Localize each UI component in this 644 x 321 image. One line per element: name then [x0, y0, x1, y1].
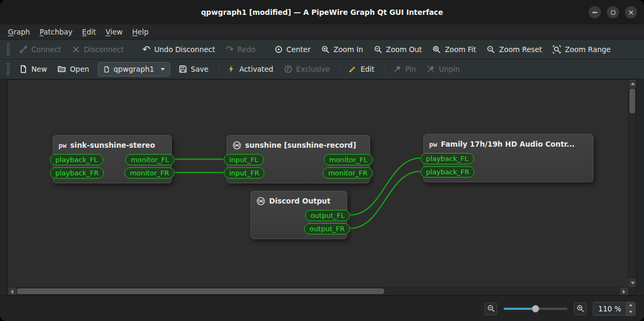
open-folder-icon	[57, 65, 66, 73]
center-button[interactable]: Center	[269, 42, 316, 57]
toolbar-separator	[265, 44, 265, 55]
ports: output_FL output_FR	[251, 210, 347, 234]
arrow-left-icon	[11, 290, 13, 294]
save-button[interactable]: Save	[173, 62, 214, 77]
node-family-hd-audio[interactable]: pw Family 17h/19h HD Audio Contr... play…	[423, 134, 593, 182]
zoom-spinbox-down-button[interactable]	[626, 308, 635, 315]
port-playback_FL[interactable]: playback_FL	[421, 153, 474, 164]
horizontal-scrollbar[interactable]	[8, 287, 628, 295]
zoom-in-button[interactable]: Zoom In	[316, 42, 369, 57]
zoom-spinbox-value[interactable]: 110 %	[593, 302, 626, 315]
vertical-scrollbar-thumb[interactable]	[630, 89, 635, 113]
new-button[interactable]: New	[14, 62, 52, 77]
node-discord-output[interactable]: Discord Output output_FL output_FR	[250, 191, 347, 239]
undo-disconnect-button[interactable]: ↶ Undo Disconnect	[137, 42, 221, 57]
port-monitor_FL[interactable]: monitor_FL	[126, 154, 174, 165]
toolbar-handle[interactable]	[7, 63, 10, 75]
node-title: sunshine [sunshine-record]	[245, 141, 356, 149]
menubar: Graph Patchbay Edit View Help	[0, 24, 644, 40]
port-playback_FL[interactable]: playback_FL	[50, 154, 103, 165]
node-sink-sunshine-stereo[interactable]: pw sink-sunshine-stereo playback_FL moni…	[53, 135, 172, 183]
connect-button: Connect	[14, 42, 66, 57]
arrow-down-icon	[631, 282, 635, 284]
scroll-up-button[interactable]	[629, 80, 637, 88]
close-button[interactable]: ×	[625, 6, 637, 19]
scroll-left-button[interactable]	[8, 288, 16, 295]
zoom-spinbox-buttons	[626, 302, 635, 315]
port-monitor_FL[interactable]: monitor_FL	[324, 154, 373, 165]
zoom-in-icon	[576, 305, 584, 312]
ports: input_FL monitor_FL input_FR monitor_FR	[227, 154, 370, 179]
node-title: sink-sunshine-stereo	[70, 141, 155, 149]
unpin-icon	[426, 65, 435, 73]
port-monitor_FR[interactable]: monitor_FR	[124, 167, 174, 179]
zoom-spinbox[interactable]: 110 %	[593, 302, 635, 316]
port-playback_FR[interactable]: playback_FR	[421, 166, 474, 178]
node-header: Discord Output	[256, 196, 341, 206]
menu-graph[interactable]: Graph	[3, 26, 35, 38]
zoom-range-icon	[553, 45, 561, 54]
zoom-reset-icon	[487, 45, 495, 54]
zoom-slider[interactable]	[504, 303, 567, 314]
pipewire-icon: pw	[429, 140, 437, 148]
node-sunshine-record[interactable]: sunshine [sunshine-record] input_FL moni…	[227, 135, 370, 183]
titlebar[interactable]: qpwgraph1 [modified] — A PipeWire Graph …	[0, 0, 644, 24]
port-output_FL[interactable]: output_FL	[305, 210, 350, 221]
zoom-fit-icon	[432, 45, 441, 54]
statusbar-zoom-in-button[interactable]	[574, 302, 587, 315]
redo-icon: ↷	[225, 45, 233, 54]
port-row: playback_FR	[424, 166, 593, 178]
toolbar-handle[interactable]	[7, 44, 10, 55]
maximize-icon	[611, 10, 615, 14]
zoom-fit-button[interactable]: Zoom Fit	[427, 42, 481, 57]
port-row: output_FL	[251, 210, 347, 221]
port-row: input_FL monitor_FL	[227, 154, 370, 165]
app-window: qpwgraph1 [modified] — A PipeWire Graph …	[0, 0, 644, 321]
zoom-in-icon	[321, 45, 330, 54]
window-title: qpwgraph1 [modified] — A PipeWire Graph …	[201, 8, 443, 16]
zoom-slider-handle[interactable]	[532, 305, 539, 312]
save-icon	[179, 65, 187, 73]
arrow-right-icon	[623, 290, 625, 294]
zoom-spinbox-up-button[interactable]	[626, 302, 635, 309]
lightning-icon	[227, 65, 236, 73]
edit-button[interactable]: Edit	[343, 62, 380, 77]
menu-edit[interactable]: Edit	[77, 26, 101, 38]
vertical-scrollbar[interactable]	[628, 80, 636, 287]
new-document-icon	[19, 65, 28, 73]
minimize-button[interactable]	[589, 6, 601, 19]
disconnect-button: Disconnect	[66, 42, 129, 57]
zoom-reset-button[interactable]: Zoom Reset	[481, 42, 547, 57]
chevron-down-icon	[161, 68, 165, 71]
zoom-range-button[interactable]: Zoom Range	[547, 42, 616, 57]
scroll-right-button[interactable]	[620, 288, 628, 295]
port-output_FR[interactable]: output_FR	[304, 223, 350, 234]
node-header: pw sink-sunshine-stereo	[58, 140, 166, 150]
menu-patchbay[interactable]: Patchbay	[35, 26, 77, 38]
menu-view[interactable]: View	[101, 26, 128, 38]
exclusive-button: Exclusive	[279, 62, 335, 77]
toolbar-graph: Connect Disconnect ↶ Undo Disconnect ↷ R…	[0, 40, 644, 60]
circled-f-icon	[284, 65, 292, 73]
statusbar-zoom-out-button[interactable]	[484, 302, 497, 315]
graph-canvas[interactable]: pw sink-sunshine-stereo playback_FL moni…	[7, 79, 637, 295]
menu-help[interactable]: Help	[128, 26, 154, 38]
port-input_FL[interactable]: input_FL	[224, 154, 264, 165]
arrow-down-icon	[629, 311, 632, 313]
scroll-down-button[interactable]	[629, 279, 637, 287]
node-title: Discord Output	[269, 197, 330, 205]
horizontal-scrollbar-thumb[interactable]	[17, 289, 384, 294]
patchbay-combobox-value: qpwgraph1	[114, 65, 154, 73]
close-icon: ×	[628, 9, 634, 16]
patchbay-combobox[interactable]: qpwgraph1	[98, 62, 170, 77]
zoom-out-button[interactable]: Zoom Out	[369, 42, 428, 57]
port-input_FR[interactable]: input_FR	[224, 167, 264, 179]
open-button[interactable]: Open	[52, 62, 94, 77]
port-playback_FR[interactable]: playback_FR	[50, 167, 104, 179]
pipewire-icon: pw	[58, 141, 66, 149]
connections-layer	[8, 80, 636, 295]
port-monitor_FR[interactable]: monitor_FR	[323, 167, 373, 179]
port-row: output_FR	[251, 223, 347, 234]
maximize-button[interactable]	[607, 6, 619, 19]
activated-button[interactable]: Activated	[222, 62, 279, 77]
